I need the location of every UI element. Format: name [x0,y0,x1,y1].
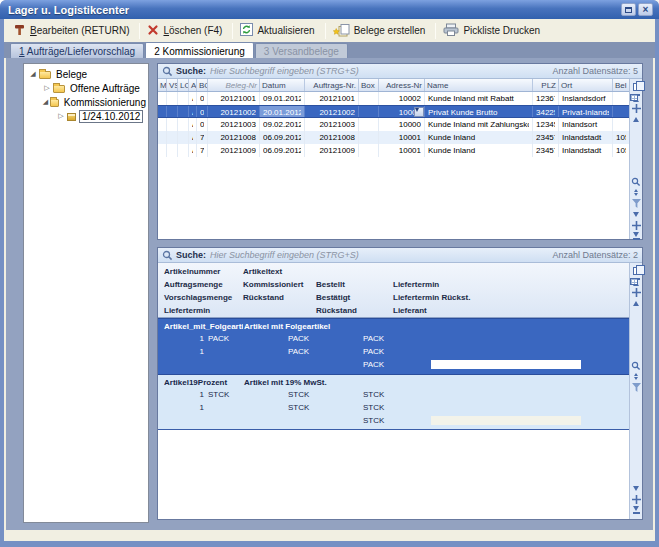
col-bestaetigt[interactable]: Bestätigt [316,291,350,304]
order-row[interactable]: A002012100220.01.20122012100210009Privat… [158,105,629,118]
order-cell: 20121003 [208,118,260,131]
loeschen-button[interactable]: Löschen (F4) [143,22,229,40]
order-row[interactable]: A002012100309.02.20122012100310000Kunde … [158,118,629,131]
col-lieferant[interactable]: Lieferant [393,304,427,317]
col-rueckstand[interactable]: Rückstand [243,291,284,304]
select-columns-icon[interactable] [631,81,642,92]
einheit-value: STCK [208,388,229,401]
search-label: Suche: [176,250,206,260]
search-icon [162,250,173,261]
tree-item-kommissionierung[interactable]: ◢ Kommissionierung [24,95,148,109]
column-header-bel[interactable]: Bel [613,79,629,91]
tab-auftraege-liefervorschlag[interactable]: 1 Aufträge/Liefervorschlag [10,43,144,58]
close-icon[interactable]: × [638,3,653,16]
col-liefertermin-rueckst[interactable]: Liefertermin Rückst. [393,291,470,304]
column-header-adress-nr[interactable]: Adress-Nr [379,79,425,91]
sort-icon[interactable] [631,187,642,198]
package-icon [67,113,76,121]
order-row[interactable]: A722012100806.09.20122012100810001Kunde … [158,131,629,144]
column-header-a[interactable]: A [189,79,197,91]
column-header-ort[interactable]: Ort [559,79,613,91]
tree-item-offene-auftraege[interactable]: ▷ Offene Aufträge [24,81,148,95]
expanded-arrow-icon[interactable]: ◢ [42,98,49,106]
positions-search-bar[interactable]: Suche: Hier Suchbegriff eingeben (STRG+S… [158,248,642,263]
column-header-beleg-nr[interactable]: Beleg-Nr [208,79,260,91]
search-icon[interactable] [631,360,642,371]
titlebar[interactable]: Lager u. Logistikcenter × [0,0,659,19]
toolbar-separator [435,23,436,39]
belege-erstellen-button[interactable]: Belege erstellen [329,21,433,41]
order-cell [167,92,178,105]
nav-last-icon[interactable] [631,231,642,242]
nav-insert-icon[interactable] [631,287,642,298]
column-header-vs[interactable]: VS [167,79,178,91]
toolbar-separator [325,23,326,39]
col-liefertermin[interactable]: Liefertermin [393,278,439,291]
aktualisieren-button[interactable]: Aktualisieren [236,21,321,40]
nav-down-icon[interactable] [631,209,642,220]
col-artikelnummer[interactable]: Artikelnummer [164,265,220,278]
column-header-m[interactable]: M [158,79,167,91]
sort-icon[interactable] [631,371,642,382]
column-header-box[interactable]: Box [359,79,379,91]
menge-value: 1 [164,332,204,345]
filter-icon[interactable] [631,198,642,209]
address-dropdown-button[interactable] [414,107,424,117]
search-placeholder[interactable]: Hier Suchbegriff eingeben (STRG+S) [210,66,546,76]
order-cell: Kunde Inland [425,144,533,157]
order-row[interactable]: A002012100109.01.20122012100110002Kunde … [158,92,629,105]
tab-strip: 1 Aufträge/Liefervorschlag 2 Kommissioni… [4,42,655,58]
col-artikeltext[interactable]: Artikeltext [243,265,282,278]
column-header-datum[interactable]: Datum [260,79,305,91]
nav-append-icon[interactable] [631,494,642,505]
restore-window-icon[interactable] [621,3,636,16]
collapsed-arrow-icon[interactable]: ▷ [42,84,52,92]
collapsed-arrow-icon[interactable]: ▷ [56,112,66,120]
order-cell: A [189,131,197,144]
nav-insert-icon[interactable] [631,103,642,114]
nav-append-icon[interactable] [631,220,642,231]
nav-up-icon[interactable] [631,298,642,309]
refresh-icon [240,23,253,38]
column-header-lo[interactable]: LO [178,79,189,91]
printer-icon [443,23,459,38]
position-record[interactable]: Artikel_mit_FolgeartikelArtikel mit Folg… [158,318,629,374]
orders-search-bar[interactable]: Suche: Hier Suchbegriff eingeben (STRG+S… [158,64,642,79]
pickliste-drucken-button[interactable]: Pickliste Drucken [439,21,547,40]
order-cell: 20121009 [305,144,359,157]
order-row[interactable]: A722012100906.09.20122012100910001Kunde … [158,144,629,157]
order-cell [613,118,629,131]
column-header-bg[interactable]: BG [197,79,208,91]
filter-icon[interactable] [631,382,642,393]
nav-up-icon[interactable] [631,114,642,125]
order-cell: 72 [197,144,208,157]
search-icon[interactable] [631,176,642,187]
col-rueckstand2[interactable]: Rückstand [316,304,357,317]
order-cell: 20121002 [305,106,359,117]
col-auftragsmenge[interactable]: Auftragsmenge [164,278,223,291]
grid-view-icon[interactable] [631,349,642,360]
lieferant-field[interactable] [431,360,581,369]
nav-last-icon[interactable] [631,505,642,516]
col-vorschlagsmenge[interactable]: Vorschlagsmenge [164,291,232,304]
order-cell: Inslandsdorf [559,92,613,105]
tree-item-kommissionierlauf[interactable]: ▷ 1/24.10.2012 [24,109,148,123]
col-liefertermin2[interactable]: Liefertermin [164,304,210,317]
tree-item-belege[interactable]: ◢ Belege [24,67,148,81]
col-bestellt[interactable]: Bestellt [316,278,345,291]
order-cell: A [189,106,197,117]
bearbeiten-button[interactable]: Bearbeiten (RETURN) [9,21,136,40]
column-header-auftrags-nr-[interactable]: Auftrags-Nr. [305,79,359,91]
grid-view-icon[interactable] [631,165,642,176]
nav-down-icon[interactable] [631,483,642,494]
column-header-plz[interactable]: PLZ [533,79,559,91]
column-header-name[interactable]: Name [425,79,533,91]
select-columns-icon[interactable] [631,265,642,276]
search-placeholder[interactable]: Hier Suchbegriff eingeben (STRG+S) [210,250,546,260]
tab-kommissionierung[interactable]: 2 Kommissionierung [145,42,254,58]
expanded-arrow-icon[interactable]: ◢ [28,70,38,78]
col-kommissioniert[interactable]: Kommissioniert [243,278,303,291]
order-cell: 09.02.2012 [260,118,305,131]
lieferant-field[interactable] [431,416,581,425]
position-record[interactable]: Artikel19ProzentArtikel mit 19% MwSt.1ST… [158,374,629,430]
